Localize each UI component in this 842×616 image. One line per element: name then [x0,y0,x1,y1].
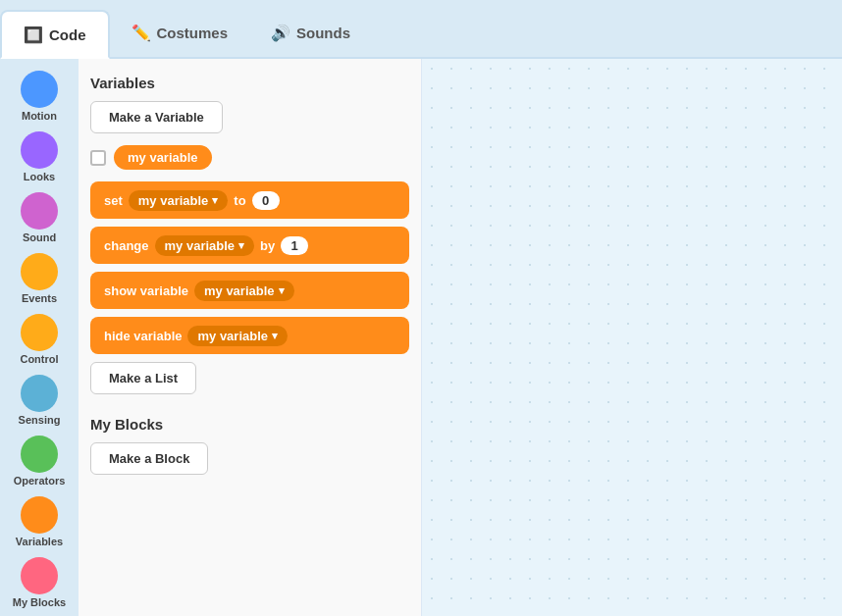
variables-section-title: Variables [90,75,409,91]
sidebar-item-operators[interactable]: Operators [4,432,75,490]
sidebar-label-control: Control [20,353,58,365]
make-block-button[interactable]: Make a Block [90,442,208,475]
block-show-label: show variable [104,283,188,298]
block-change-by-label: by [260,238,275,253]
block-show-var-dropdown[interactable]: my variable [194,281,294,301]
sidebar-item-motion[interactable]: Motion [4,67,75,126]
sidebar-item-sound[interactable]: Sound [4,188,75,247]
sidebar-item-sensing[interactable]: Sensing [4,371,75,430]
code-icon: 🔲 [24,26,43,44]
sidebar: Motion Looks Sound Events Control Sensin… [0,59,79,616]
tab-costumes[interactable]: ✏️ Costumes [110,8,250,57]
block-change-var-dropdown[interactable]: my variable [155,235,255,256]
sensing-circle [21,375,58,412]
block-change-input[interactable]: 1 [281,236,308,255]
sidebar-label-motion: Motion [22,110,57,122]
block-hide-label: hide variable [104,329,182,343]
block-hide-var-dropdown[interactable]: my variable [187,326,288,346]
myblocks-circle [21,557,58,594]
main-layout: Motion Looks Sound Events Control Sensin… [0,59,842,616]
sidebar-item-control[interactable]: Control [4,310,75,369]
sidebar-label-variables: Variables [16,536,63,547]
looks-circle [21,131,58,169]
tab-sounds-label: Sounds [296,25,350,41]
block-set-var-dropdown[interactable]: my variable [129,190,229,211]
block-set-to-label: to [234,193,245,208]
motion-circle [21,71,58,108]
tab-code-label: Code [49,26,86,43]
variable-pill[interactable]: my variable [114,145,212,170]
block-panel: Variables Make a Variable my variable se… [79,59,422,616]
canvas-area[interactable] [422,59,842,616]
sidebar-label-events: Events [22,292,57,304]
sidebar-label-myblocks: My Blocks [13,596,66,608]
control-circle [21,314,58,351]
sidebar-label-operators: Operators [14,475,66,487]
block-change[interactable]: change my variable by 1 [90,227,409,264]
block-hide-variable[interactable]: hide variable my variable [90,317,409,354]
variable-row: my variable [90,145,409,170]
tab-sounds[interactable]: 🔊 Sounds [249,8,372,57]
sidebar-item-myblocks[interactable]: My Blocks [4,553,75,612]
myblocks-section-title: My Blocks [90,416,409,433]
tab-costumes-label: Costumes [157,25,229,41]
block-set-label: set [104,193,123,208]
block-show-variable[interactable]: show variable my variable [90,272,409,309]
events-circle [21,253,58,290]
tab-code[interactable]: 🔲 Code [0,10,110,59]
sidebar-item-looks[interactable]: Looks [4,128,75,186]
sidebar-item-variables[interactable]: Variables [4,492,75,551]
sidebar-label-sensing: Sensing [19,414,61,426]
sidebar-item-events[interactable]: Events [4,249,75,308]
make-variable-button[interactable]: Make a Variable [90,101,223,133]
sidebar-label-sound: Sound [23,231,56,243]
block-set-input[interactable]: 0 [252,191,280,210]
sound-circle [21,192,58,230]
block-set[interactable]: set my variable to 0 [90,181,409,219]
costumes-icon: ✏️ [132,24,151,42]
operators-circle [21,436,58,473]
make-list-button[interactable]: Make a List [90,362,196,394]
variables-circle [21,496,58,534]
block-change-label: change [104,238,149,253]
variable-checkbox[interactable] [90,150,106,166]
sidebar-label-looks: Looks [24,171,55,182]
sounds-icon: 🔊 [271,24,290,42]
tab-bar: 🔲 Code ✏️ Costumes 🔊 Sounds [0,0,842,59]
